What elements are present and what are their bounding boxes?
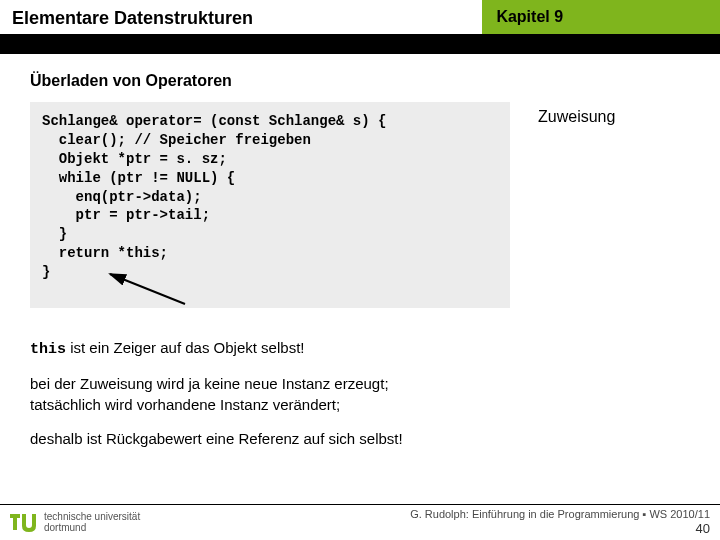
slide-content: Überladen von Operatoren Schlange& opera… [0, 54, 720, 449]
footer-credit: G. Rudolph: Einführung in die Programmie… [410, 508, 710, 521]
header-left-title: Elementare Datenstrukturen [0, 0, 482, 36]
svg-line-0 [110, 274, 185, 304]
side-label: Zuweisung [538, 102, 615, 126]
footer-right: G. Rudolph: Einführung in die Programmie… [410, 508, 710, 537]
explanation: this ist ein Zeiger auf das Objekt selbs… [30, 338, 690, 449]
university-logo: technische universität dortmund [8, 510, 140, 536]
slide-footer: technische universität dortmund G. Rudol… [0, 504, 720, 540]
header-right-title: Kapitel 9 [482, 0, 720, 36]
explain-1-rest: ist ein Zeiger auf das Objekt selbst! [66, 339, 304, 356]
tu-logo-icon [8, 510, 38, 536]
explain-line-3: deshalb ist Rückgabewert eine Referenz a… [30, 429, 690, 449]
logo-line-2: dortmund [44, 523, 140, 534]
this-keyword: this [30, 341, 66, 358]
section-title: Überladen von Operatoren [30, 72, 690, 90]
logo-line-1: technische universität [44, 512, 140, 523]
arrow-icon [100, 268, 190, 308]
header-divider [0, 36, 720, 54]
logo-text: technische universität dortmund [44, 512, 140, 533]
explain-line-1: this ist ein Zeiger auf das Objekt selbs… [30, 338, 690, 360]
explain-line-2: bei der Zuweisung wird ja keine neue Ins… [30, 374, 690, 415]
slide-header: Elementare Datenstrukturen Kapitel 9 [0, 0, 720, 36]
page-number: 40 [410, 521, 710, 537]
svg-rect-3 [13, 514, 17, 530]
